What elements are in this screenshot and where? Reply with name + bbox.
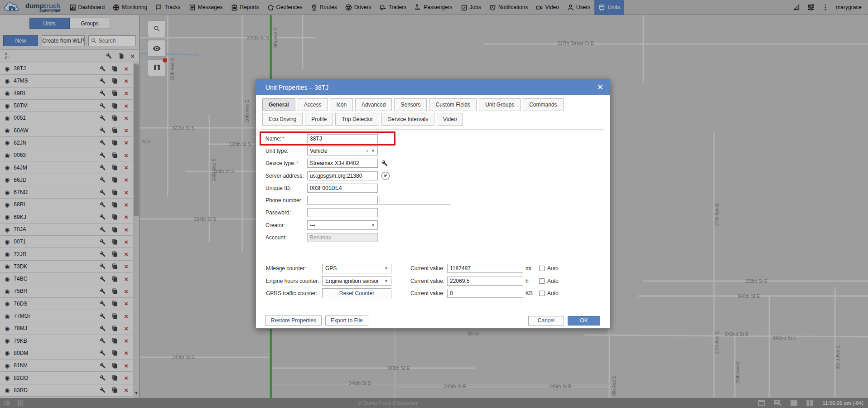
chevron-down-icon: ▼ [384,279,388,283]
password-row: Password: [265,207,610,219]
restore-properties-button[interactable]: Restore Properties [265,316,322,325]
server-address-input[interactable] [307,171,378,180]
dialog-tabs-row1: General Access Icon Advanced Sensors Cus… [256,95,610,126]
divider [262,255,603,255]
tab-custom-fields[interactable]: Custom Fields [429,98,477,111]
current-value-label: Current value: [410,290,447,296]
device-type-row: Device type:* [265,157,610,170]
tab-video[interactable]: Video [437,113,463,126]
gprs-auto-checkbox[interactable] [539,291,545,296]
engine-hours-auto-checkbox[interactable] [539,278,545,284]
account-row: Account: [265,231,610,243]
device-type-input[interactable] [307,159,378,168]
tab-icon[interactable]: Icon [330,98,353,111]
current-value-label: Current value: [410,278,447,284]
unit-type-row: Unit type: Vehicle × ▼ [265,145,610,157]
mileage-auto-checkbox[interactable] [539,266,545,271]
dialog-title: Unit Properties – 38TJ [265,84,328,91]
phone-input-1[interactable] [307,196,378,205]
dialog-footer: Restore Properties Export to File Cancel… [256,316,610,328]
clear-x-icon[interactable]: × [364,148,370,154]
current-value-label: Current value: [410,265,447,272]
server-address-label: Server address: [265,173,307,179]
tab-advanced[interactable]: Advanced [355,98,392,111]
unit-mi: mi [526,265,535,272]
engine-hours-counter-row: Engine hours counter: Engine ignition se… [266,275,610,287]
gprs-value-input[interactable] [447,289,523,298]
creator-row: Creator: --- ▼ [265,219,610,231]
tab-unit-groups[interactable]: Unit Groups [479,98,521,111]
unit-type-value: Vehicle [310,148,328,154]
tab-profile[interactable]: Profile [305,113,333,126]
tab-service-intervals[interactable]: Service Intervals [381,113,434,126]
cancel-button[interactable]: Cancel [528,316,564,325]
ok-button[interactable]: OK [568,316,600,325]
phone-input-2[interactable] [380,196,450,205]
unit-type-label: Unit type: [265,148,307,154]
password-label: Password: [265,209,307,216]
creator-value: --- [310,222,315,228]
auto-label: Auto [547,278,559,284]
engine-hours-label: Engine hours counter: [266,278,322,284]
gprs-traffic-label: GPRS traffic counter: [266,290,322,296]
tab-trip-detector[interactable]: Trip Detector [335,113,379,126]
unit-h: h [526,278,535,284]
mileage-counter-label: Mileage counter: [266,265,322,272]
account-label: Account: [265,234,307,241]
general-form: Name:* Unit type: Vehicle × ▼ Device typ… [256,131,610,244]
auto-label: Auto [547,265,559,272]
mileage-counter-row: Mileage counter: GPS▼ Current value: mi … [266,262,610,275]
auto-label: Auto [547,290,559,296]
unit-properties-dialog: Unit Properties – 38TJ ✕ General Access … [256,79,610,329]
tab-eco-driving[interactable]: Eco Driving [262,113,303,126]
unique-id-input[interactable] [307,184,378,193]
tab-general[interactable]: General [262,98,295,111]
required-asterisk: * [296,160,298,166]
mileage-value-input[interactable] [447,264,523,273]
creator-label: Creator: [265,222,307,228]
reset-counter-button[interactable]: Reset Counter [322,288,391,298]
unique-id-label: Unique ID: [265,185,307,191]
tab-access[interactable]: Access [298,98,328,111]
tab-commands[interactable]: Commands [523,98,563,111]
phone-row: Phone number: [265,194,610,206]
device-type-label: Device type: [265,160,295,166]
dialog-header: Unit Properties – 38TJ ✕ [256,80,610,95]
unit-type-select[interactable]: Vehicle × ▼ [307,146,378,155]
close-icon[interactable]: ✕ [597,83,603,91]
export-to-file-button[interactable]: Export to File [325,316,368,325]
unique-id-row: Unique ID: [265,182,610,194]
engine-hours-select[interactable]: Engine ignition sensor▼ [322,276,391,286]
required-asterisk: * [282,136,284,141]
creator-select[interactable]: --- ▼ [307,220,378,230]
unit-kb: KB [526,290,535,296]
name-row: Name:* [265,132,610,145]
account-input [307,233,378,242]
engine-hours-value-input[interactable] [447,277,523,286]
chevron-down-icon: ▼ [371,223,375,228]
device-settings-wrench-icon[interactable] [381,160,388,166]
tab-sensors[interactable]: Sensors [394,98,427,111]
name-label: Name: [265,136,281,142]
app-screen: dumptruck DISPATCHER Dashboard Monitorin… [0,0,868,408]
mileage-counter-select[interactable]: GPS▼ [322,264,391,273]
counters-section: Mileage counter: GPS▼ Current value: mi … [256,256,610,300]
ip-badge-icon[interactable]: IP [381,172,390,180]
chevron-down-icon: ▼ [371,149,375,153]
divider [262,129,603,130]
phone-label: Phone number: [265,197,307,204]
chevron-down-icon: ▼ [384,266,388,271]
server-address-row: Server address: IP [265,170,610,182]
gprs-counter-row: GPRS traffic counter: Reset Counter Curr… [266,287,610,299]
name-input[interactable] [307,134,378,143]
password-input[interactable] [307,208,378,217]
